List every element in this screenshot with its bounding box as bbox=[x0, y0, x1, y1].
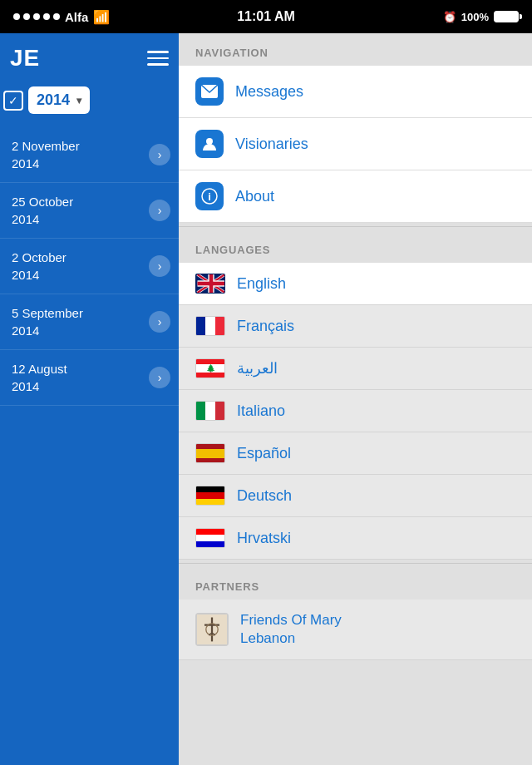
year-dropdown[interactable]: 2014 ▾ bbox=[28, 86, 90, 114]
flag-it bbox=[195, 401, 225, 421]
lang-item-italian[interactable]: Italiano bbox=[179, 390, 532, 432]
year-value: 2014 bbox=[37, 91, 70, 109]
nav-item-messages[interactable]: Messages bbox=[179, 66, 532, 118]
year-selector: ✓ 2014 ▾ bbox=[3, 86, 169, 114]
svg-text:i: i bbox=[208, 190, 211, 203]
messages-label: Messages bbox=[235, 83, 303, 101]
lang-item-french[interactable]: Français bbox=[179, 305, 532, 348]
carrier-name: Alfa bbox=[65, 10, 88, 24]
lang-item-croatian[interactable]: Hrvatski bbox=[179, 517, 532, 560]
german-label: Deutsch bbox=[237, 487, 292, 505]
alarm-icon: ⏰ bbox=[443, 11, 456, 23]
french-label: Français bbox=[237, 318, 294, 335]
partners-section-header: PARTNERS bbox=[179, 567, 532, 600]
left-panel: JE ✓ 2014 ▾ 2 November 2014 › bbox=[0, 33, 179, 765]
signal-dots bbox=[13, 13, 60, 20]
visionaries-label: Visionaries bbox=[235, 136, 308, 153]
date-list: 2 November 2014 › 25 October 2014 › 2 Oc… bbox=[0, 124, 179, 765]
nav-item-about[interactable]: i About bbox=[179, 170, 532, 223]
chevron-right-icon-3: › bbox=[149, 255, 170, 277]
messages-icon bbox=[195, 77, 224, 106]
status-left: Alfa 📶 bbox=[13, 9, 110, 25]
hamburger-line-2 bbox=[147, 57, 169, 60]
date-day-2: 25 October bbox=[12, 193, 73, 210]
nav-item-visionaries[interactable]: Visionaries bbox=[179, 118, 532, 170]
date-item-1[interactable]: 2 November 2014 › bbox=[0, 127, 179, 183]
check-icon: ✓ bbox=[3, 91, 23, 111]
date-year-3: 2014 bbox=[12, 266, 66, 284]
lang-divider bbox=[179, 563, 532, 564]
lang-item-german[interactable]: Deutsch bbox=[179, 475, 532, 517]
status-time: 11:01 AM bbox=[237, 9, 295, 24]
lang-item-arabic[interactable]: 🌲 العربية bbox=[179, 348, 532, 390]
partner-logo-friends-of-mary bbox=[195, 613, 229, 646]
croatian-label: Hrvatski bbox=[237, 530, 291, 547]
hamburger-line-3 bbox=[147, 63, 169, 66]
date-day-4: 5 September bbox=[12, 304, 83, 322]
date-item-2[interactable]: 25 October 2014 › bbox=[0, 183, 179, 239]
hamburger-menu[interactable] bbox=[147, 51, 169, 66]
app-logo: JE bbox=[10, 45, 40, 72]
date-item-3[interactable]: 2 October 2014 › bbox=[0, 239, 179, 294]
about-label: About bbox=[235, 188, 274, 205]
year-caret: ▾ bbox=[76, 95, 81, 106]
date-year-2: 2014 bbox=[12, 210, 73, 228]
partner-item-friends-of-mary[interactable]: Friends Of MaryLebanon bbox=[179, 600, 532, 660]
status-right: ⏰ 100% bbox=[443, 11, 519, 23]
date-day-1: 2 November bbox=[12, 137, 80, 155]
english-label: English bbox=[237, 275, 286, 293]
flag-fr bbox=[195, 316, 225, 336]
flag-lb: 🌲 bbox=[195, 358, 225, 378]
navigation-section-header: NAVIGATION bbox=[179, 33, 532, 66]
date-year-5: 2014 bbox=[12, 378, 67, 395]
status-bar: Alfa 📶 11:01 AM ⏰ 100% bbox=[0, 0, 532, 33]
right-panel: NAVIGATION Messages Visionaries bbox=[179, 33, 532, 765]
chevron-right-icon-5: › bbox=[149, 367, 170, 388]
hamburger-line-1 bbox=[147, 51, 169, 53]
svg-rect-12 bbox=[198, 282, 225, 286]
date-year-4: 2014 bbox=[12, 322, 83, 339]
nav-divider bbox=[179, 226, 532, 227]
chevron-right-icon-1: › bbox=[149, 144, 170, 165]
languages-section-header: LANGUAGES bbox=[179, 230, 532, 263]
visionaries-icon bbox=[195, 130, 224, 158]
lang-item-english[interactable]: English bbox=[179, 263, 532, 305]
date-item-4[interactable]: 5 September 2014 › bbox=[0, 294, 179, 350]
chevron-right-icon-4: › bbox=[149, 311, 170, 333]
about-icon: i bbox=[195, 182, 224, 210]
flag-uk bbox=[195, 274, 225, 294]
lang-item-spanish[interactable]: Español bbox=[179, 432, 532, 475]
partner-label-friends-of-mary: Friends Of MaryLebanon bbox=[240, 611, 342, 648]
flag-es bbox=[195, 443, 225, 463]
left-header: JE bbox=[0, 33, 179, 80]
date-day-5: 12 August bbox=[12, 360, 67, 378]
arabic-label: العربية bbox=[237, 359, 278, 378]
spanish-label: Español bbox=[237, 445, 291, 462]
battery-percent: 100% bbox=[461, 11, 489, 23]
main-layout: JE ✓ 2014 ▾ 2 November 2014 › bbox=[0, 33, 532, 765]
date-day-3: 2 October bbox=[12, 249, 66, 266]
date-item-5[interactable]: 12 August 2014 › bbox=[0, 350, 179, 406]
date-year-1: 2014 bbox=[12, 155, 80, 172]
flag-de bbox=[195, 486, 225, 506]
battery-icon bbox=[494, 11, 519, 22]
svg-point-1 bbox=[206, 138, 213, 145]
wifi-icon: 📶 bbox=[93, 9, 110, 25]
flag-hr bbox=[195, 528, 225, 548]
italian-label: Italiano bbox=[237, 402, 285, 420]
chevron-right-icon-2: › bbox=[149, 200, 170, 221]
